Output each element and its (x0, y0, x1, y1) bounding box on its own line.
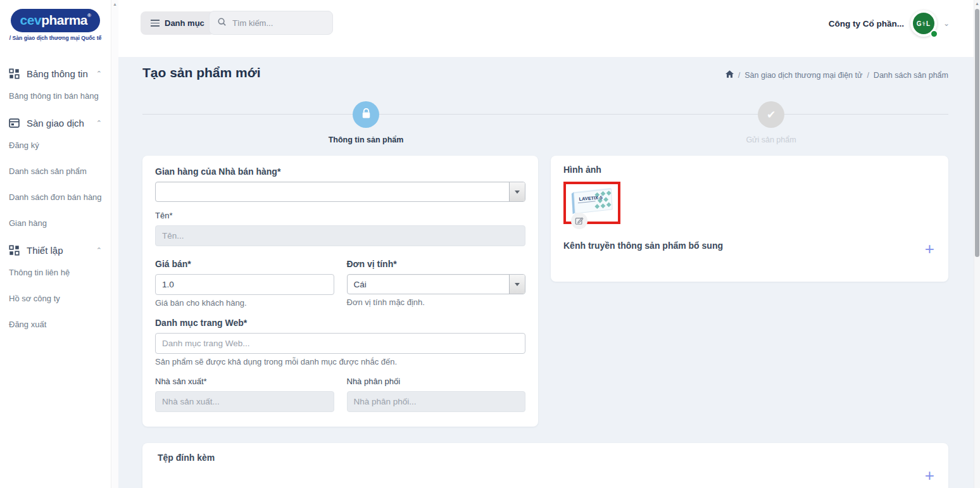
chevron-down-icon: ⌄ (943, 19, 950, 28)
avatar: G⚕L (910, 10, 937, 37)
step-product-info[interactable]: Thông tin sản phẩm (322, 101, 410, 144)
sidebar-nav: Bảng thông tin ⌃ Bảng thông tin bán hàng… (0, 63, 111, 335)
web-category-label: Danh mục trang Web* (155, 318, 525, 328)
sidebar-section-thiet-lap[interactable]: Thiết lập ⌃ (0, 239, 111, 261)
stepper-connector (142, 114, 948, 115)
add-channel-button[interactable]: + (925, 241, 934, 257)
page-scrollbar[interactable]: ▲ (974, 0, 980, 488)
sidebar-item-dang-xuat[interactable]: Đăng xuất (0, 313, 111, 335)
account-menu[interactable]: Công ty Cổ phần... G⚕L ⌄ (829, 10, 950, 37)
price-label: Giá bán* (155, 259, 334, 269)
unit-help: Đơn vị tính mặc định. (347, 297, 526, 307)
grid-icon (9, 68, 20, 79)
web-category-input[interactable] (155, 333, 525, 354)
check-icon: ✔ (767, 108, 776, 122)
price-help: Giá bán cho khách hàng. (155, 298, 334, 308)
hamburger-icon (151, 18, 160, 28)
category-menu-label: Danh mục (165, 18, 204, 28)
sidebar-section-label: Bảng thông tin (27, 68, 96, 79)
chevron-up-icon: ⌃ (96, 119, 102, 127)
online-status-dot (930, 30, 938, 38)
distributor-input[interactable] (347, 391, 526, 412)
sidebar-item-ho-so-cong-ty[interactable]: Hồ sơ công ty (0, 287, 111, 310)
product-info-card: Gian hàng của Nhà bán hàng* Tên* Giá bán… (142, 156, 538, 427)
brand-logo-cev: cev (20, 13, 42, 27)
sidebar-item-thong-tin-lien-he[interactable]: Thông tin liên hệ (0, 261, 111, 284)
product-image[interactable]: LAVETIX-5 (569, 186, 615, 215)
dropdown-arrow-icon (509, 182, 525, 201)
unit-label: Đơn vị tính* (347, 259, 526, 269)
step-submit-product: ✔ Gửi sản phẩm (727, 101, 815, 144)
add-attachment-button[interactable]: + (925, 467, 934, 484)
manufacturer-input[interactable] (155, 391, 334, 412)
breadcrumb-separator: / (738, 71, 740, 80)
media-card: Hình ảnh (551, 156, 948, 282)
breadcrumb-separator: / (867, 71, 869, 80)
search-box[interactable] (209, 11, 333, 35)
topbar: Danh mục Công ty Cổ phần... G⚕L ⌄ (118, 0, 974, 57)
store-label: Gian hàng của Nhà bán hàng* (155, 166, 525, 177)
breadcrumb-item-marketplace[interactable]: Sàn giao dịch thương mại điện tử (744, 71, 862, 80)
brand-logo-pharma: pharma (41, 13, 87, 27)
channels-label: Kênh truyền thông sản phẩm bổ sung (563, 241, 936, 251)
grid-icon (9, 245, 20, 256)
unit-select[interactable]: Cái (347, 274, 526, 294)
step-circle-active (353, 101, 379, 128)
home-icon[interactable] (726, 70, 734, 80)
name-label: Tên* (155, 211, 525, 220)
sidebar-section-label: Sàn giao dịch (27, 118, 96, 128)
chevron-up-icon: ⌃ (96, 70, 102, 78)
sidebar-item-gian-hang[interactable]: Gian hàng (0, 212, 111, 234)
sidebar-scrollbar[interactable]: ▲ (111, 0, 118, 488)
breadcrumb-item-product-list[interactable]: Danh sách sản phẩm (874, 71, 948, 80)
attachments-label: Tệp đính kèm (158, 453, 933, 463)
manufacturer-label: Nhà sản xuất* (155, 377, 334, 386)
unit-select-value: Cái (348, 275, 510, 294)
brand-logo-pill: cevpharma® (11, 9, 101, 32)
chevron-up-icon: ⌃ (96, 246, 102, 254)
scrollbar-thumb[interactable] (975, 9, 979, 257)
window-icon (9, 118, 20, 128)
registered-mark: ® (87, 13, 91, 18)
sidebar-section-bang-thong-tin[interactable]: Bảng thông tin ⌃ (0, 63, 111, 85)
edit-image-button[interactable] (571, 213, 587, 229)
sidebar-item-dang-ky[interactable]: Đăng ký (0, 134, 111, 156)
sidebar-item-danh-sach-don-ban-hang[interactable]: Danh sách đơn bán hàng (0, 186, 111, 208)
breadcrumb: / Sàn giao dịch thương mại điện tử / Dan… (726, 70, 948, 80)
step-label: Thông tin sản phẩm (322, 135, 410, 144)
sidebar: cevpharma® / Sàn giao dịch thương mại Qu… (0, 0, 111, 488)
lock-icon (361, 108, 371, 122)
step-circle-inactive: ✔ (758, 101, 784, 128)
sidebar-section-san-giao-dich[interactable]: Sàn giao dịch ⌃ (0, 112, 111, 134)
main-area: Danh mục Công ty Cổ phần... G⚕L ⌄ Tạo sả… (118, 0, 974, 488)
search-icon (217, 17, 227, 29)
stepper: Thông tin sản phẩm ✔ Gửi sản phẩm (142, 100, 948, 144)
distributor-label: Nhà phân phối (347, 377, 526, 386)
brand-tagline: / Sàn giao dịch thương mại Quốc tế (6, 35, 104, 41)
brand-logo[interactable]: cevpharma® / Sàn giao dịch thương mại Qu… (0, 0, 111, 41)
store-select[interactable] (155, 182, 525, 202)
annotation-red-box: LAVETIX-5 (563, 182, 620, 224)
store-select-value (156, 182, 509, 201)
name-input[interactable] (155, 225, 525, 246)
sidebar-section-label: Thiết lập (27, 245, 96, 256)
search-input[interactable] (232, 18, 325, 28)
dropdown-arrow-icon (509, 275, 525, 294)
step-label: Gửi sản phẩm (727, 135, 815, 144)
sidebar-item-bang-thong-tin-ban-hang[interactable]: Bảng thông tin bán hàng (0, 85, 111, 107)
price-input[interactable] (155, 274, 334, 295)
sidebar-item-danh-sach-san-pham[interactable]: Danh sách sản phẩm (0, 160, 111, 182)
images-label: Hình ảnh (563, 165, 936, 175)
scroll-up-icon[interactable]: ▲ (975, 1, 979, 6)
account-name: Công ty Cổ phần... (829, 19, 904, 28)
scroll-up-icon[interactable]: ▲ (113, 2, 117, 6)
web-category-help: Sản phẩm sẽ được khả dụng trong mỗi danh… (155, 357, 525, 366)
category-menu-button[interactable]: Danh mục (141, 11, 215, 35)
page-title: Tạo sản phẩm mới (142, 65, 260, 80)
attachments-card: Tệp đính kèm + (142, 443, 948, 488)
